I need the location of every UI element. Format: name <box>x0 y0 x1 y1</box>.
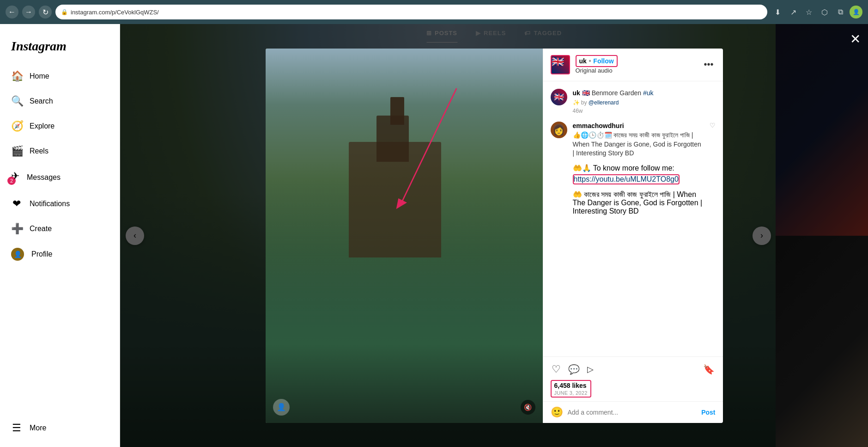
sidebar-item-explore[interactable]: 🧭 Explore <box>6 115 114 138</box>
comment-like-button[interactable]: ♡ <box>710 122 716 129</box>
create-icon: ➕ <box>11 223 22 235</box>
sidebar-item-home[interactable]: 🏠 Home <box>6 65 114 88</box>
sidebar-item-reels[interactable]: 🎬 Reels <box>6 140 114 163</box>
sidebar-label-more: More <box>30 424 46 432</box>
search-icon: 🔍 <box>11 95 22 107</box>
commenter-avatar-img: 👩 <box>552 124 565 136</box>
caption-magic-emoji: ✨ <box>573 99 580 106</box>
caption-creator[interactable]: @ellerenard <box>589 99 619 106</box>
emoji-picker-button[interactable]: 🙂 <box>551 406 563 418</box>
sidebar-label-explore: Explore <box>30 122 55 130</box>
youtube-link[interactable]: https://youtu.be/uMLMU2TO8g0 <box>574 175 679 183</box>
instagram-logo[interactable]: Instagram <box>6 31 114 65</box>
commenter-username[interactable]: emmachowdhuri <box>573 122 624 129</box>
cta-emojis: 🤲🙏 <box>573 164 591 172</box>
post-dot: • <box>589 57 591 65</box>
sidebar-label-reels: Reels <box>30 147 49 155</box>
post-subtitle: Original audio <box>576 67 697 74</box>
cta-text: To know more follow me: <box>593 164 674 172</box>
post-username[interactable]: uk <box>579 57 587 65</box>
likes-count-area: 6,458 likes JUNE 3, 2022 <box>551 380 716 398</box>
caption-username: uk 🇬🇧 <box>573 89 592 97</box>
caption-hashtag[interactable]: #uk <box>643 89 654 97</box>
post-right-panel: 🇬🇧 uk • Follow Original audio ••• <box>543 49 723 423</box>
sidebar: Instagram 🏠 Home 🔍 Search 🧭 Explore 🎬 Re… <box>0 24 120 447</box>
comment-repeat: 🤲 কাজের সময় কাজী কাজ ফুরাইলে পাজি | Whe… <box>573 190 704 215</box>
forward-button[interactable]: → <box>22 6 35 18</box>
post-flag-emoji: 🇬🇧 <box>552 56 564 67</box>
likes-count: 6,458 likes <box>554 382 588 389</box>
browser-profile-icon[interactable]: 👤 <box>850 6 862 18</box>
extensions-button[interactable]: ⬡ <box>818 6 831 18</box>
home-icon: 🏠 <box>11 70 22 82</box>
comment-cta: 🤲🙏 To know more follow me: https://youtu… <box>573 164 704 184</box>
browser-chrome: ← → ↻ 🔒 instagram.com/p/CeVoklGqWZS/ ⬇ ↗… <box>0 0 868 24</box>
browser-action-group: ⬇ ↗ ☆ ⬡ ⧉ 👤 <box>771 6 862 18</box>
sidebar-label-create: Create <box>30 225 52 233</box>
sidebar-item-profile[interactable]: 👤 Profile <box>6 242 114 266</box>
caption-content: uk 🇬🇧 Benmore Garden #uk ✨ by @ellerenar… <box>573 89 716 115</box>
likes-count-box: 6,458 likes JUNE 3, 2022 <box>551 380 591 398</box>
user-comment-item: 👩 emmachowdhuri 👍🌐🕒⏱️🗓️ কাজের সময় কাজী … <box>551 122 716 215</box>
sidebar-label-notifications: Notifications <box>30 200 70 208</box>
sidebar-item-notifications[interactable]: ❤ Notifications <box>6 192 114 215</box>
lock-icon: 🔒 <box>61 9 68 15</box>
explore-icon: 🧭 <box>11 120 22 132</box>
download-button[interactable]: ⬇ <box>771 6 784 18</box>
save-post-button[interactable]: 🔖 <box>702 363 716 376</box>
like-post-button[interactable]: ♡ <box>551 362 562 376</box>
comment-input-area: 🙂 Post <box>543 401 723 423</box>
comment-emojis: 👍🌐🕒⏱️🗓️ <box>573 131 612 139</box>
sidebar-label-home: Home <box>30 72 49 80</box>
sidebar-item-more[interactable]: ☰ More <box>6 416 114 440</box>
bookmark-button[interactable]: ☆ <box>802 6 815 18</box>
commenter-content: emmachowdhuri 👍🌐🕒⏱️🗓️ কাজের সময় কাজী কা… <box>573 122 704 215</box>
comment-post-button[interactable]: 💬 <box>567 363 581 376</box>
modal-overlay[interactable]: ✕ 👤 <box>120 24 868 447</box>
commenter-text-main: 👍🌐🕒⏱️🗓️ কাজের সময় কাজী কাজ ফুরাইলে পাজি… <box>573 131 704 158</box>
post-date: JUNE 3, 2022 <box>554 390 588 396</box>
post-caption-item: 🇬🇧 uk 🇬🇧 Benmore Garden #uk <box>551 89 716 115</box>
share-button[interactable]: ↗ <box>787 6 800 18</box>
post-comment-button[interactable]: Post <box>701 409 715 416</box>
post-more-button[interactable]: ••• <box>702 59 715 70</box>
close-modal-button[interactable]: ✕ <box>850 31 861 47</box>
post-header: 🇬🇧 uk • Follow Original audio ••• <box>543 49 723 81</box>
follow-button[interactable]: Follow <box>593 57 613 65</box>
sidebar-nav: 🏠 Home 🔍 Search 🧭 Explore 🎬 Reels ✈ 2 <box>6 65 114 440</box>
post-comments-area[interactable]: 🇬🇧 uk 🇬🇧 Benmore Garden #uk <box>543 81 723 356</box>
comment-text-input[interactable] <box>568 409 697 416</box>
commenter-avatar[interactable]: 👩 <box>551 122 567 138</box>
caption-flag: 🇬🇧 <box>554 92 564 102</box>
repeat-text: কাজের সময় কাজী কাজ ফুরাইলে পাজি | When … <box>573 190 703 215</box>
url-text: instagram.com/p/CeVoklGqWZS/ <box>71 9 159 16</box>
sidebar-item-create[interactable]: ➕ Create <box>6 217 114 240</box>
back-button[interactable]: ← <box>6 6 18 18</box>
post-header-avatar[interactable]: 🇬🇧 <box>551 55 570 74</box>
profile-avatar-icon: 👤 <box>11 248 24 261</box>
video-user-icon: 👤 <box>277 403 286 411</box>
caption-time: 46w <box>573 108 716 114</box>
sidebar-item-search[interactable]: 🔍 Search <box>6 90 114 113</box>
url-bar[interactable]: 🔒 instagram.com/p/CeVoklGqWZS/ <box>55 5 767 19</box>
post-actions: ♡ 💬 ▷ 🔖 6,458 likes JUNE 3, 2022 <box>543 356 723 401</box>
refresh-button[interactable]: ↻ <box>39 6 52 18</box>
notifications-icon: ❤ <box>11 198 22 210</box>
comment-link-box: https://youtu.be/uMLMU2TO8g0 <box>573 174 680 184</box>
sidebar-item-messages[interactable]: ✈ 2 Messages <box>6 165 114 190</box>
post-image: 👤 🔇 <box>266 49 543 423</box>
split-button[interactable]: ⧉ <box>834 6 847 18</box>
post-video-user-icon: 👤 <box>273 399 290 416</box>
mute-button[interactable]: 🔇 <box>521 400 535 415</box>
caption-meta: ✨ by @ellerenard <box>573 99 716 106</box>
repeat-emoji: 🤲 <box>573 190 582 198</box>
sidebar-label-search: Search <box>30 97 53 105</box>
sidebar-label-messages: Messages <box>27 173 61 182</box>
reels-icon: 🎬 <box>11 145 22 157</box>
action-buttons-row: ♡ 💬 ▷ 🔖 <box>551 362 716 376</box>
share-post-button[interactable]: ▷ <box>586 363 595 375</box>
caption-avatar[interactable]: 🇬🇧 <box>551 89 567 105</box>
caption-text: Benmore Garden #uk <box>592 89 654 97</box>
messages-icon-wrapper: ✈ 2 <box>11 170 19 185</box>
content-area: ‹ › ⊞ POSTS ▶ REELS 🏷 TAGGED <box>120 24 868 447</box>
